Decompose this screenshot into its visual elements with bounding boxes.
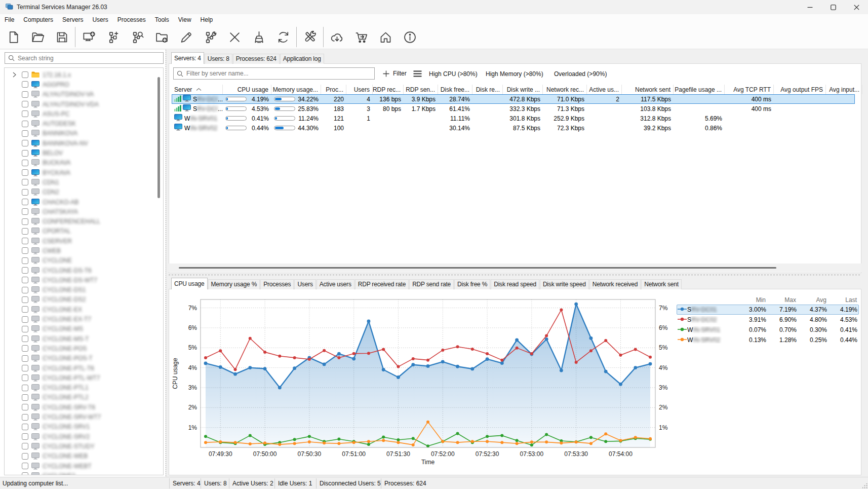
chart-tab-memory-usage[interactable]: Memory usage % bbox=[208, 279, 260, 289]
tree-checkbox[interactable] bbox=[22, 472, 28, 475]
chart-tab-network-sent[interactable]: Network sent bbox=[641, 279, 682, 289]
column-header-network-sent[interactable]: Network sent bbox=[622, 85, 674, 94]
tree-item-cyclone-ms[interactable]: CYCLONE-MS bbox=[5, 324, 163, 334]
tree-item-cdn2[interactable]: CDN2 bbox=[5, 187, 163, 197]
expand-chevron-icon[interactable] bbox=[11, 71, 18, 78]
tree-item-cportal[interactable]: CPORTAL bbox=[5, 227, 163, 236]
tree-checkbox[interactable] bbox=[22, 424, 28, 430]
menu-users[interactable]: Users bbox=[88, 15, 112, 25]
tree-checkbox[interactable] bbox=[22, 179, 28, 185]
tree-checkbox[interactable] bbox=[22, 238, 28, 244]
filter-menu-icon[interactable] bbox=[413, 70, 422, 77]
find-node-button[interactable] bbox=[125, 27, 149, 47]
tree-checkbox[interactable] bbox=[22, 326, 28, 332]
quick-filter-overloaded[interactable]: Overloaded (>90%) bbox=[554, 70, 607, 78]
tree-item-alyautdinov-vda[interactable]: ALYAUTDINOV-VDA bbox=[5, 99, 163, 109]
column-header-active-us[interactable]: Active us... bbox=[587, 85, 622, 94]
menu-tools[interactable]: Tools bbox=[150, 15, 174, 25]
tree-item-cserver[interactable]: CSERVER bbox=[5, 236, 163, 246]
server-filter-input[interactable]: Filter by server name... bbox=[173, 67, 375, 80]
column-header-disk-write[interactable]: Disk write ... bbox=[503, 85, 543, 94]
column-header-avg-output-fps[interactable]: Avg output FPS bbox=[774, 85, 826, 94]
tree-checkbox[interactable] bbox=[22, 287, 28, 293]
tree-item-folder[interactable]: 172.16.1.x bbox=[5, 70, 163, 80]
add-folder-button[interactable] bbox=[149, 27, 174, 47]
server-row[interactable]: WIN-SRV020.44%44.30%10030.14%87.5 Kbps72… bbox=[172, 123, 855, 133]
legend-row[interactable]: WIN-SRV020.13%1.28%0.25%0.44% bbox=[677, 335, 859, 345]
tree-item-byckava[interactable]: BYCKAVA bbox=[5, 168, 163, 177]
tree-item-bannikova-nv[interactable]: BANNIKOVA-NV bbox=[5, 138, 163, 148]
quick-filter-high-memory[interactable]: High Memory (>80%) bbox=[486, 70, 543, 78]
add-node-button[interactable] bbox=[101, 27, 125, 47]
tree-checkbox[interactable] bbox=[22, 296, 28, 303]
legend-row[interactable]: WIN-SRV010.07%0.70%0.30%0.41% bbox=[677, 325, 859, 335]
save-button[interactable] bbox=[50, 27, 74, 47]
tab-application-log[interactable]: Application log bbox=[280, 54, 324, 64]
tab-users-8[interactable]: Users: 8 bbox=[205, 54, 232, 64]
tree-vscrollbar-thumb[interactable] bbox=[157, 77, 160, 198]
tree-checkbox[interactable] bbox=[22, 365, 28, 371]
tree-checkbox[interactable] bbox=[22, 453, 28, 460]
menu-view[interactable]: View bbox=[174, 15, 196, 25]
tree-checkbox[interactable] bbox=[22, 169, 28, 176]
tree-item-aggpro[interactable]: AGGPRO bbox=[5, 80, 163, 89]
sidebar-search-input[interactable]: Search string bbox=[5, 52, 164, 64]
tree-item-alyautdinov-va[interactable]: ALYAUTDINOV-VA bbox=[5, 90, 163, 99]
tree-item-cweb[interactable]: CWEB bbox=[5, 246, 163, 255]
tree-checkbox[interactable] bbox=[22, 335, 28, 342]
tree-item-cyclone-srv-wt7[interactable]: CYCLONE-SRV-WT7 bbox=[5, 412, 163, 422]
menu-file[interactable]: File bbox=[0, 15, 19, 25]
tree-item-belov[interactable]: BELOV bbox=[5, 148, 163, 158]
tree-checkbox[interactable] bbox=[22, 130, 28, 137]
tree-checkbox[interactable] bbox=[22, 355, 28, 362]
tree-checkbox[interactable] bbox=[22, 189, 28, 196]
column-header-disk-re[interactable]: Disk re... bbox=[472, 85, 503, 94]
tree-checkbox[interactable] bbox=[22, 385, 28, 391]
tree-item-cyclone-ptl1[interactable]: CYCLONE-PTL1 bbox=[5, 383, 163, 393]
tree-checkbox[interactable] bbox=[22, 140, 28, 146]
tree-checkbox[interactable] bbox=[22, 110, 28, 117]
tree-checkbox[interactable] bbox=[22, 91, 28, 98]
tree-checkbox[interactable] bbox=[22, 208, 28, 215]
tree-item-cyclone-pos-t[interactable]: CYCLONE-POS-T bbox=[5, 354, 163, 363]
cloud-download-button[interactable] bbox=[325, 27, 349, 47]
tree-checkbox[interactable] bbox=[22, 414, 28, 421]
edit-button[interactable] bbox=[174, 27, 198, 47]
server-row[interactable]: SRV-DC02...4.53%25.83%183380 bps1.7 Kbps… bbox=[172, 104, 855, 114]
column-header-users[interactable]: Users bbox=[346, 85, 373, 94]
tree-checkbox[interactable] bbox=[22, 150, 28, 157]
tree-item-cyclone-ptl2[interactable]: CYCLONE-PTL2 bbox=[5, 393, 163, 402]
tree-checkbox[interactable] bbox=[22, 247, 28, 254]
tree-item-bannikova[interactable]: BANNIKOVA bbox=[5, 129, 163, 138]
table-hscrollbar[interactable] bbox=[169, 264, 861, 272]
column-header-disk-free[interactable]: Disk free... bbox=[438, 85, 472, 94]
legend-row[interactable]: SRV-DC023.91%6.90%4.80%4.53% bbox=[677, 315, 859, 325]
server-row[interactable]: WIN-SRV010.41%11.24%121111.11%301.8 Kbps… bbox=[172, 114, 855, 123]
tree-item-buckava[interactable]: BUCKAVA bbox=[5, 158, 163, 168]
tree-item-cyclone-pos[interactable]: CYCLONE-POS bbox=[5, 344, 163, 353]
tree-checkbox[interactable] bbox=[22, 306, 28, 313]
menu-servers[interactable]: Servers bbox=[58, 15, 88, 25]
menu-computers[interactable]: Computers bbox=[19, 15, 58, 25]
chart-tab-disk-read-speed[interactable]: Disk read speed bbox=[491, 279, 539, 289]
tree-item-cyclone[interactable]: CYCLONE bbox=[5, 256, 163, 266]
delete-button[interactable] bbox=[222, 27, 247, 47]
tree-item-cyclone-ds2[interactable]: CYCLONE-DS2 bbox=[5, 295, 163, 305]
chart-tab-active-users[interactable]: Active users bbox=[317, 279, 354, 289]
menu-processes[interactable]: Processes bbox=[113, 15, 150, 25]
tree-checkbox[interactable] bbox=[22, 160, 28, 166]
tree-item-cdn1[interactable]: CDN1 bbox=[5, 177, 163, 187]
open-button[interactable] bbox=[25, 27, 50, 47]
tree-item-cyclone-ds-wt7[interactable]: CYCLONE-DS-WT7 bbox=[5, 275, 163, 285]
filter-button[interactable]: Filter bbox=[381, 67, 409, 80]
resize-grip[interactable] bbox=[862, 483, 867, 488]
tree-item-cyclone-ptl-wt7[interactable]: CYCLONE-PTL-WT7 bbox=[5, 373, 163, 383]
chart-tab-disk-write-speed[interactable]: Disk write speed bbox=[540, 279, 589, 289]
tree-checkbox[interactable] bbox=[22, 101, 28, 107]
tree-checkbox[interactable] bbox=[22, 218, 28, 225]
menu-help[interactable]: Help bbox=[196, 15, 218, 25]
vertical-splitter[interactable] bbox=[166, 50, 166, 477]
tree-item-chatskaya[interactable]: CHATSKAYA bbox=[5, 207, 163, 216]
tree-checkbox[interactable] bbox=[22, 121, 28, 127]
tree-checkbox[interactable] bbox=[22, 433, 28, 440]
